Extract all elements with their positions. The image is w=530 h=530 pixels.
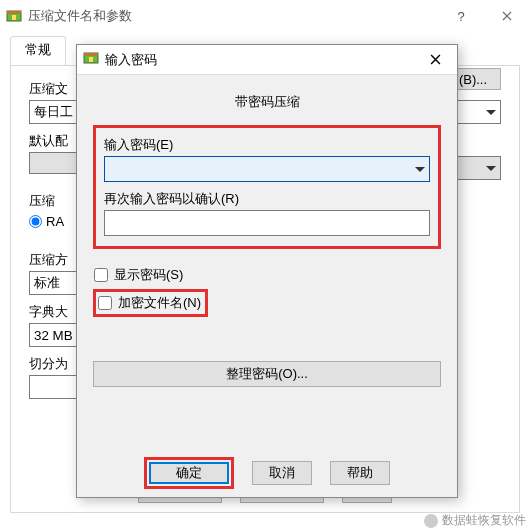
help-button[interactable]: ? — [438, 0, 484, 32]
dialog-help-button[interactable]: 帮助 — [330, 461, 390, 485]
watermark-icon — [424, 514, 438, 528]
encrypt-names-label: 加密文件名(N) — [118, 294, 201, 312]
watermark: 数据蛙恢复软件 — [424, 512, 526, 529]
dialog-heading: 带密码压缩 — [93, 85, 441, 125]
rar-radio[interactable] — [29, 215, 42, 228]
show-password-row[interactable]: 显示密码(S) — [93, 265, 441, 285]
password-confirm-label: 再次输入密码以确认(R) — [104, 190, 430, 208]
checkbox-group: 显示密码(S) 加密文件名(N) — [93, 265, 441, 321]
method-combo[interactable] — [29, 271, 79, 295]
dialog-title: 输入密码 — [105, 51, 157, 69]
organize-row: 整理密码(O)... — [93, 361, 441, 387]
right-combo[interactable] — [455, 100, 501, 124]
show-password-label: 显示密码(S) — [114, 266, 183, 284]
password-dialog: 输入密码 带密码压缩 输入密码(E) 再次输入密码以确认(R) 显示密码(S) … — [76, 44, 458, 498]
svg-rect-2 — [12, 15, 16, 20]
archive-input[interactable] — [29, 100, 79, 124]
password-confirm-input[interactable] — [104, 210, 430, 236]
show-password-checkbox[interactable] — [94, 268, 108, 282]
svg-rect-4 — [84, 53, 98, 56]
dict-combo[interactable] — [29, 323, 79, 347]
password-input[interactable] — [104, 156, 430, 182]
dialog-close-button[interactable] — [413, 45, 457, 75]
right-combo-2[interactable] — [455, 156, 501, 180]
dialog-cancel-button[interactable]: 取消 — [252, 461, 312, 485]
password-group: 输入密码(E) 再次输入密码以确认(R) — [93, 125, 441, 249]
dialog-titlebar: 输入密码 — [77, 45, 457, 75]
profile-combo[interactable] — [29, 152, 79, 174]
encrypt-names-checkbox[interactable] — [98, 296, 112, 310]
dialog-footer: 确定 取消 帮助 — [77, 449, 457, 497]
chevron-down-icon — [415, 167, 425, 172]
main-titlebar: 压缩文件名和参数 ? — [0, 0, 530, 32]
close-button[interactable] — [484, 0, 530, 32]
tab-general[interactable]: 常规 — [10, 36, 66, 66]
organize-button[interactable]: 整理密码(O)... — [93, 361, 441, 387]
dialog-body: 带密码压缩 输入密码(E) 再次输入密码以确认(R) 显示密码(S) 加密文件名… — [77, 75, 457, 449]
dialog-icon — [83, 50, 99, 69]
svg-rect-1 — [7, 11, 21, 14]
app-icon — [6, 8, 22, 24]
encrypt-names-row[interactable]: 加密文件名(N) — [93, 289, 208, 317]
ok-highlight: 确定 — [144, 457, 234, 489]
main-title: 压缩文件名和参数 — [28, 7, 132, 25]
window-buttons: ? — [438, 0, 530, 32]
split-input[interactable] — [29, 375, 79, 399]
password-label: 输入密码(E) — [104, 136, 430, 154]
chevron-down-icon — [486, 166, 496, 171]
dialog-ok-button[interactable]: 确定 — [149, 462, 229, 484]
svg-rect-5 — [89, 57, 93, 62]
watermark-text: 数据蛙恢复软件 — [442, 512, 526, 529]
rar-label: RA — [46, 214, 64, 229]
chevron-down-icon — [486, 110, 496, 115]
